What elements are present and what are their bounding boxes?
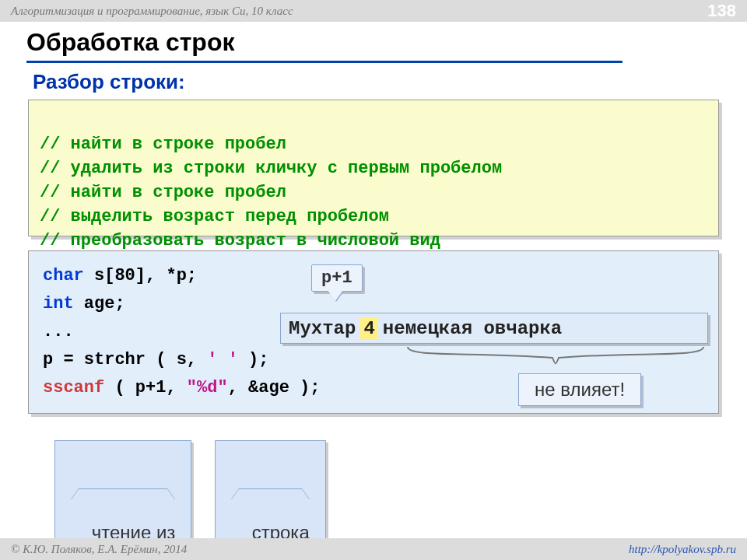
code-text: s[ [84, 266, 115, 285]
comment-line: // выделить возраст перед пробелом [40, 207, 389, 226]
example-pre: Мухтар [289, 318, 356, 339]
curly-brace-icon [406, 345, 705, 366]
callout-tail-icon [71, 489, 175, 500]
comment-box: // найти в строке пробел // удалить из с… [28, 100, 719, 236]
callout-tail-icon [231, 489, 310, 500]
code-num: 80 [114, 266, 135, 285]
footer-link[interactable]: http://kpolyakov.spb.ru [629, 543, 736, 556]
course-label: Алгоритмизация и программирование, язык … [11, 5, 293, 18]
tag-p-plus-1: p+1 [311, 264, 363, 292]
comment-line: // найти в строке пробел [40, 183, 286, 202]
title-underline [26, 61, 622, 63]
code-str: ' ' [207, 350, 238, 369]
top-bar: Алгоритмизация и программирование, язык … [0, 0, 747, 22]
code-text: ... [43, 322, 74, 341]
page-number: 138 [707, 1, 736, 21]
kw-char: char [43, 266, 84, 285]
code-text: ( p+1, [104, 378, 187, 397]
example-string: Мухтар 4 немецкая овчарка [280, 313, 708, 344]
code-text: ], *p; [135, 266, 197, 285]
tag-no-effect: не влияет! [518, 373, 641, 406]
code-text: ); [238, 350, 269, 369]
comment-line: // удалить из строки кличку с первым про… [40, 159, 502, 178]
footer-authors: © К.Ю. Поляков, Е.А. Ерёмин, 2014 [11, 543, 187, 556]
section-subtitle: Разбор строки: [33, 70, 185, 94]
fn-sscanf: sscanf [43, 378, 104, 397]
tag-label: p+1 [321, 268, 352, 288]
kw-int: int [43, 294, 74, 313]
footer-bar: © К.Ю. Поляков, Е.А. Ерёмин, 2014 http:/… [0, 538, 747, 560]
code-str: "%d" [187, 378, 228, 397]
code-text: , &age ); [228, 378, 321, 397]
slide: Алгоритмизация и программирование, язык … [0, 0, 747, 560]
code-text: age; [74, 294, 125, 313]
callout-tail-icon [328, 290, 343, 301]
comment-line: // найти в строке пробел [40, 135, 286, 154]
fn-strchr: strchr [84, 350, 146, 369]
example-post: немецкая овчарка [383, 318, 562, 339]
code-text: ( s, [146, 350, 207, 369]
comment-line: // преобразовать возраст в числовой вид [40, 231, 440, 250]
tag-label: не влияет! [535, 379, 625, 400]
code-text: p = [43, 350, 84, 369]
page-title: Обработка строк [26, 28, 234, 57]
example-age: 4 [360, 318, 377, 339]
